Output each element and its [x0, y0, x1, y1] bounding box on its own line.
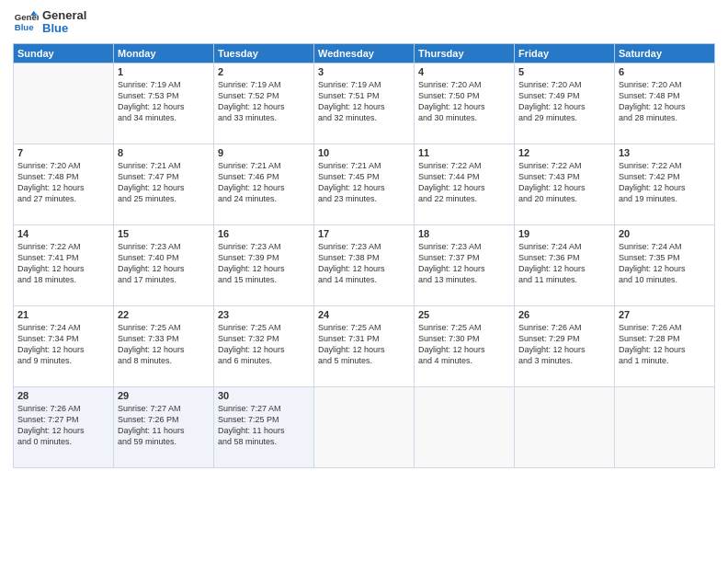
- day-cell: 16Sunrise: 7:23 AM Sunset: 7:39 PM Dayli…: [214, 224, 314, 305]
- day-info: Sunrise: 7:20 AM Sunset: 7:50 PM Dayligh…: [418, 79, 510, 124]
- day-number: 7: [17, 147, 109, 158]
- day-cell: 18Sunrise: 7:23 AM Sunset: 7:37 PM Dayli…: [415, 224, 515, 305]
- day-cell: 15Sunrise: 7:23 AM Sunset: 7:40 PM Dayli…: [114, 224, 214, 305]
- week-row-3: 14Sunrise: 7:22 AM Sunset: 7:41 PM Dayli…: [14, 224, 715, 305]
- day-cell: 5Sunrise: 7:20 AM Sunset: 7:49 PM Daylig…: [515, 63, 615, 144]
- day-number: 24: [318, 309, 410, 320]
- day-number: 1: [118, 66, 210, 77]
- day-info: Sunrise: 7:25 AM Sunset: 7:33 PM Dayligh…: [118, 322, 210, 367]
- logo: General Blue General Blue: [13, 9, 86, 36]
- day-number: 15: [118, 228, 210, 239]
- day-info: Sunrise: 7:26 AM Sunset: 7:29 PM Dayligh…: [518, 322, 610, 367]
- day-info: Sunrise: 7:26 AM Sunset: 7:27 PM Dayligh…: [17, 403, 109, 448]
- day-cell: 7Sunrise: 7:20 AM Sunset: 7:48 PM Daylig…: [14, 144, 114, 224]
- day-info: Sunrise: 7:21 AM Sunset: 7:45 PM Dayligh…: [318, 160, 410, 205]
- day-number: 26: [518, 309, 610, 320]
- calendar-page: General Blue General Blue SundayMondayTu…: [0, 0, 728, 563]
- day-number: 28: [17, 390, 109, 401]
- day-info: Sunrise: 7:22 AM Sunset: 7:43 PM Dayligh…: [518, 160, 610, 205]
- day-cell: 12Sunrise: 7:22 AM Sunset: 7:43 PM Dayli…: [515, 144, 615, 224]
- logo-text-line1: General: [42, 9, 86, 22]
- day-cell: 13Sunrise: 7:22 AM Sunset: 7:42 PM Dayli…: [615, 144, 715, 224]
- day-number: 23: [218, 309, 310, 320]
- day-number: 21: [17, 309, 109, 320]
- week-row-1: 1Sunrise: 7:19 AM Sunset: 7:53 PM Daylig…: [14, 63, 715, 144]
- day-number: 14: [17, 228, 109, 239]
- day-cell: 19Sunrise: 7:24 AM Sunset: 7:36 PM Dayli…: [515, 224, 615, 305]
- header-cell-wednesday: Wednesday: [314, 43, 415, 63]
- day-number: 2: [218, 66, 310, 77]
- week-row-5: 28Sunrise: 7:26 AM Sunset: 7:27 PM Dayli…: [14, 386, 715, 467]
- day-cell: 4Sunrise: 7:20 AM Sunset: 7:50 PM Daylig…: [415, 63, 515, 144]
- day-cell: 30Sunrise: 7:27 AM Sunset: 7:25 PM Dayli…: [214, 386, 314, 467]
- day-info: Sunrise: 7:25 AM Sunset: 7:32 PM Dayligh…: [218, 322, 310, 367]
- day-info: Sunrise: 7:24 AM Sunset: 7:35 PM Dayligh…: [619, 241, 711, 286]
- day-number: 20: [619, 228, 711, 239]
- day-number: 19: [518, 228, 610, 239]
- day-info: Sunrise: 7:27 AM Sunset: 7:26 PM Dayligh…: [118, 403, 210, 448]
- header-cell-thursday: Thursday: [415, 43, 515, 63]
- logo-text-line2: Blue: [42, 22, 86, 35]
- day-number: 5: [518, 66, 610, 77]
- day-info: Sunrise: 7:22 AM Sunset: 7:44 PM Dayligh…: [418, 160, 510, 205]
- day-cell: 29Sunrise: 7:27 AM Sunset: 7:26 PM Dayli…: [114, 386, 214, 467]
- day-info: Sunrise: 7:24 AM Sunset: 7:36 PM Dayligh…: [518, 241, 610, 286]
- day-number: 10: [318, 147, 410, 158]
- day-info: Sunrise: 7:20 AM Sunset: 7:49 PM Dayligh…: [518, 79, 610, 124]
- day-info: Sunrise: 7:25 AM Sunset: 7:30 PM Dayligh…: [418, 322, 510, 367]
- week-row-4: 21Sunrise: 7:24 AM Sunset: 7:34 PM Dayli…: [14, 305, 715, 386]
- day-info: Sunrise: 7:21 AM Sunset: 7:47 PM Dayligh…: [118, 160, 210, 205]
- header-cell-saturday: Saturday: [615, 43, 715, 63]
- day-cell: 20Sunrise: 7:24 AM Sunset: 7:35 PM Dayli…: [615, 224, 715, 305]
- day-cell: 11Sunrise: 7:22 AM Sunset: 7:44 PM Dayli…: [415, 144, 515, 224]
- day-number: 4: [418, 66, 510, 77]
- day-number: 8: [118, 147, 210, 158]
- day-info: Sunrise: 7:20 AM Sunset: 7:48 PM Dayligh…: [619, 79, 711, 124]
- day-cell: 8Sunrise: 7:21 AM Sunset: 7:47 PM Daylig…: [114, 144, 214, 224]
- day-info: Sunrise: 7:23 AM Sunset: 7:39 PM Dayligh…: [218, 241, 310, 286]
- day-info: Sunrise: 7:22 AM Sunset: 7:42 PM Dayligh…: [619, 160, 711, 205]
- day-cell: [515, 386, 615, 467]
- day-number: 18: [418, 228, 510, 239]
- day-number: 6: [619, 66, 711, 77]
- day-number: 16: [218, 228, 310, 239]
- day-info: Sunrise: 7:20 AM Sunset: 7:48 PM Dayligh…: [17, 160, 109, 205]
- header-cell-sunday: Sunday: [14, 43, 114, 63]
- day-info: Sunrise: 7:25 AM Sunset: 7:31 PM Dayligh…: [318, 322, 410, 367]
- calendar-table: SundayMondayTuesdayWednesdayThursdayFrid…: [13, 43, 715, 468]
- day-info: Sunrise: 7:23 AM Sunset: 7:38 PM Dayligh…: [318, 241, 410, 286]
- day-cell: [314, 386, 415, 467]
- day-info: Sunrise: 7:19 AM Sunset: 7:51 PM Dayligh…: [318, 79, 410, 124]
- day-number: 29: [118, 390, 210, 401]
- logo-icon: General Blue: [13, 9, 39, 35]
- day-cell: 14Sunrise: 7:22 AM Sunset: 7:41 PM Dayli…: [14, 224, 114, 305]
- day-cell: 24Sunrise: 7:25 AM Sunset: 7:31 PM Dayli…: [314, 305, 415, 386]
- week-row-2: 7Sunrise: 7:20 AM Sunset: 7:48 PM Daylig…: [14, 144, 715, 224]
- day-info: Sunrise: 7:26 AM Sunset: 7:28 PM Dayligh…: [619, 322, 711, 367]
- day-cell: 10Sunrise: 7:21 AM Sunset: 7:45 PM Dayli…: [314, 144, 415, 224]
- day-cell: 1Sunrise: 7:19 AM Sunset: 7:53 PM Daylig…: [114, 63, 214, 144]
- day-info: Sunrise: 7:19 AM Sunset: 7:53 PM Dayligh…: [118, 79, 210, 124]
- day-info: Sunrise: 7:22 AM Sunset: 7:41 PM Dayligh…: [17, 241, 109, 286]
- day-number: 13: [619, 147, 711, 158]
- day-number: 25: [418, 309, 510, 320]
- day-cell: 25Sunrise: 7:25 AM Sunset: 7:30 PM Dayli…: [415, 305, 515, 386]
- day-info: Sunrise: 7:23 AM Sunset: 7:37 PM Dayligh…: [418, 241, 510, 286]
- day-cell: 9Sunrise: 7:21 AM Sunset: 7:46 PM Daylig…: [214, 144, 314, 224]
- day-info: Sunrise: 7:19 AM Sunset: 7:52 PM Dayligh…: [218, 79, 310, 124]
- day-cell: 23Sunrise: 7:25 AM Sunset: 7:32 PM Dayli…: [214, 305, 314, 386]
- day-cell: 2Sunrise: 7:19 AM Sunset: 7:52 PM Daylig…: [214, 63, 314, 144]
- header-cell-monday: Monday: [114, 43, 214, 63]
- day-cell: 6Sunrise: 7:20 AM Sunset: 7:48 PM Daylig…: [615, 63, 715, 144]
- day-number: 30: [218, 390, 310, 401]
- svg-text:Blue: Blue: [15, 22, 34, 32]
- header-cell-tuesday: Tuesday: [214, 43, 314, 63]
- day-cell: 27Sunrise: 7:26 AM Sunset: 7:28 PM Dayli…: [615, 305, 715, 386]
- day-cell: [14, 63, 114, 144]
- day-number: 12: [518, 147, 610, 158]
- day-info: Sunrise: 7:21 AM Sunset: 7:46 PM Dayligh…: [218, 160, 310, 205]
- day-number: 22: [118, 309, 210, 320]
- day-info: Sunrise: 7:24 AM Sunset: 7:34 PM Dayligh…: [17, 322, 109, 367]
- day-cell: 3Sunrise: 7:19 AM Sunset: 7:51 PM Daylig…: [314, 63, 415, 144]
- day-number: 3: [318, 66, 410, 77]
